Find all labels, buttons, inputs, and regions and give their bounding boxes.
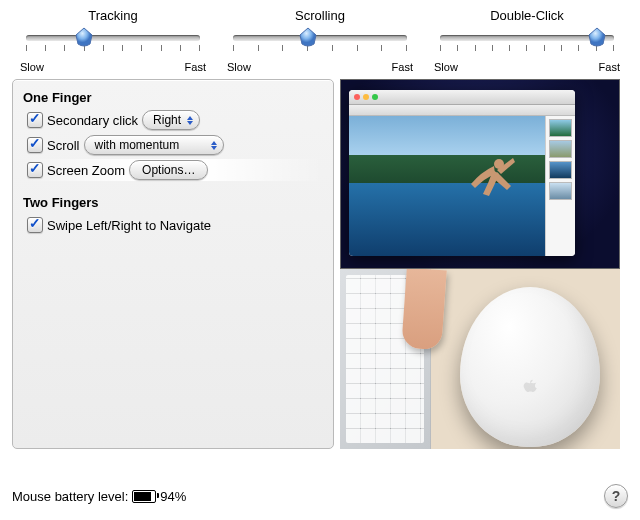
preview-mouse-demo (340, 269, 620, 449)
secondary-click-row: Secondary click Right (27, 109, 323, 131)
one-finger-heading: One Finger (23, 90, 323, 105)
battery-status: Mouse battery level: 94% (12, 489, 186, 504)
gesture-options-panel: One Finger Secondary click Right Scroll … (12, 79, 334, 449)
doubleclick-title: Double-Click (432, 8, 622, 23)
screen-zoom-label: Screen Zoom (47, 163, 125, 178)
battery-icon (132, 490, 156, 503)
secondary-click-checkbox[interactable] (27, 112, 43, 128)
battery-label: Mouse battery level: (12, 489, 128, 504)
battery-percent: 94% (160, 489, 186, 504)
tracking-low-label: Slow (20, 61, 44, 73)
secondary-click-label: Secondary click (47, 113, 138, 128)
tracking-high-label: Fast (185, 61, 206, 73)
window-minimize-icon (363, 94, 369, 100)
finger-illustration-icon (401, 269, 446, 350)
doubleclick-slider-block: Double-Click Slow Fast (432, 8, 622, 73)
gesture-preview-panel (340, 79, 620, 449)
tracking-title: Tracking (18, 8, 208, 23)
diver-illustration-icon (461, 150, 521, 210)
popup-arrows-icon (184, 112, 196, 128)
swipe-navigate-row: Swipe Left/Right to Navigate (27, 214, 323, 236)
preview-screen-demo (340, 79, 620, 269)
thumbnail-icon (549, 161, 572, 179)
swipe-navigate-checkbox[interactable] (27, 217, 43, 233)
tracking-slider-block: Tracking Slow Fast (18, 8, 208, 73)
tracking-slider[interactable] (18, 27, 208, 59)
screen-zoom-row: Screen Zoom Options… (27, 159, 323, 181)
doubleclick-low-label: Slow (434, 61, 458, 73)
scrolling-low-label: Slow (227, 61, 251, 73)
scrolling-slider[interactable] (225, 27, 415, 59)
scrolling-slider-block: Scrolling Slow Fast (225, 8, 415, 73)
mouse-illustration-icon (460, 287, 600, 447)
window-close-icon (354, 94, 360, 100)
window-zoom-icon (372, 94, 378, 100)
two-fingers-heading: Two Fingers (23, 195, 323, 210)
swipe-navigate-label: Swipe Left/Right to Navigate (47, 218, 211, 233)
scroll-row: Scroll with momentum (27, 134, 323, 156)
scroll-checkbox[interactable] (27, 137, 43, 153)
help-button[interactable]: ? (604, 484, 628, 508)
secondary-click-popup[interactable]: Right (142, 110, 200, 130)
thumbnail-icon (549, 119, 572, 137)
scroll-label: Scroll (47, 138, 80, 153)
scroll-momentum-popup[interactable]: with momentum (84, 135, 224, 155)
screen-zoom-options-button[interactable]: Options… (129, 160, 208, 180)
thumbnail-icon (549, 182, 572, 200)
help-icon: ? (612, 488, 621, 504)
popup-arrows-icon (208, 137, 220, 153)
scrolling-high-label: Fast (392, 61, 413, 73)
screen-zoom-checkbox[interactable] (27, 162, 43, 178)
thumbnail-icon (549, 140, 572, 158)
doubleclick-slider[interactable] (432, 27, 622, 59)
scrolling-title: Scrolling (225, 8, 415, 23)
doubleclick-high-label: Fast (599, 61, 620, 73)
